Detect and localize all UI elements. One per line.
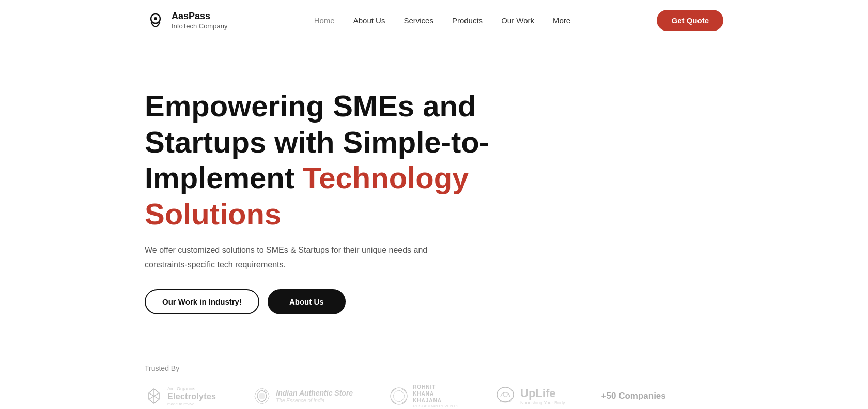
svg-point-9 [503, 392, 507, 397]
logo-icon [145, 10, 166, 32]
ias-icon [252, 386, 272, 406]
nav-more[interactable]: More [553, 16, 570, 25]
hero-title: Empowering SMEs and Startups with Simple… [145, 88, 584, 232]
hero-section: Empowering SMEs and Startups with Simple… [0, 41, 868, 364]
nav-ourwork[interactable]: Our Work [501, 16, 534, 25]
hero-buttons: Our Work in Industry! About Us [145, 289, 584, 314]
svg-point-6 [259, 393, 265, 399]
ias-sub: The Essence of India [276, 398, 353, 404]
our-work-industry-button[interactable]: Our Work in Industry! [145, 289, 259, 314]
rkk-icon [389, 386, 409, 406]
ami-organics-logo: Ami Organics Electrolytes made to revive [145, 386, 216, 407]
logo-name: AasPass [172, 11, 227, 22]
ias-name: Indian Authentic Store [276, 389, 353, 398]
navbar: AasPass InfoTech Company Home About Us S… [0, 0, 868, 41]
rkk-name: ROHNIT [413, 384, 458, 390]
nav-about[interactable]: About Us [353, 16, 385, 25]
trusted-section: Trusted By Ami Organics Electrolytes mad… [0, 364, 868, 409]
uplife-sub: Nourishing Your Body [520, 400, 565, 406]
hero-title-line1: Empowering SMEs and [145, 89, 476, 123]
more-companies: +50 Companies [601, 391, 666, 401]
plus-companies-label: +50 Companies [601, 391, 666, 401]
about-us-button[interactable]: About Us [268, 289, 346, 314]
ami-electrolytes-label: Electrolytes [167, 391, 216, 401]
rkk-sub: RESTAURANT/EVENTS [413, 404, 458, 409]
indian-authentic-store-logo: Indian Authentic Store The Essence of In… [252, 386, 353, 406]
ami-tagline: made to revive [167, 402, 216, 407]
logo-sub: InfoTech Company [172, 22, 227, 31]
logo-area[interactable]: AasPass InfoTech Company [145, 10, 227, 32]
svg-point-8 [497, 387, 514, 402]
nav-products[interactable]: Products [452, 16, 483, 25]
nav-links: Home About Us Services Products Our Work… [314, 16, 571, 25]
uplife-icon [494, 385, 516, 407]
hero-description: We offer customized solutions to SMEs & … [145, 243, 465, 271]
hero-content: Empowering SMEs and Startups with Simple… [145, 88, 584, 314]
rohnit-khana-khajana-logo: ROHNIT KHANA KHAJANA RESTAURANT/EVENTS [389, 384, 458, 409]
ami-icon [145, 387, 163, 405]
trusted-label: Trusted By [145, 364, 723, 372]
uplife-logo: UpLife Nourishing Your Body [494, 385, 565, 407]
rkk-khana: KHANA [413, 390, 458, 397]
nav-services[interactable]: Services [404, 16, 433, 25]
uplife-name: UpLife [520, 387, 565, 400]
ami-organics-label: Ami Organics [167, 386, 216, 392]
logo-text: AasPass InfoTech Company [172, 11, 227, 30]
get-quote-button[interactable]: Get Quote [657, 10, 723, 31]
hero-title-line3: Implement [145, 161, 295, 194]
svg-point-1 [154, 17, 157, 20]
hero-title-line2: Startups with Simple-to- [145, 125, 489, 159]
trusted-logos: Ami Organics Electrolytes made to revive… [145, 384, 723, 409]
nav-home[interactable]: Home [314, 16, 335, 25]
rkk-khajana: KHAJANA [413, 397, 458, 404]
